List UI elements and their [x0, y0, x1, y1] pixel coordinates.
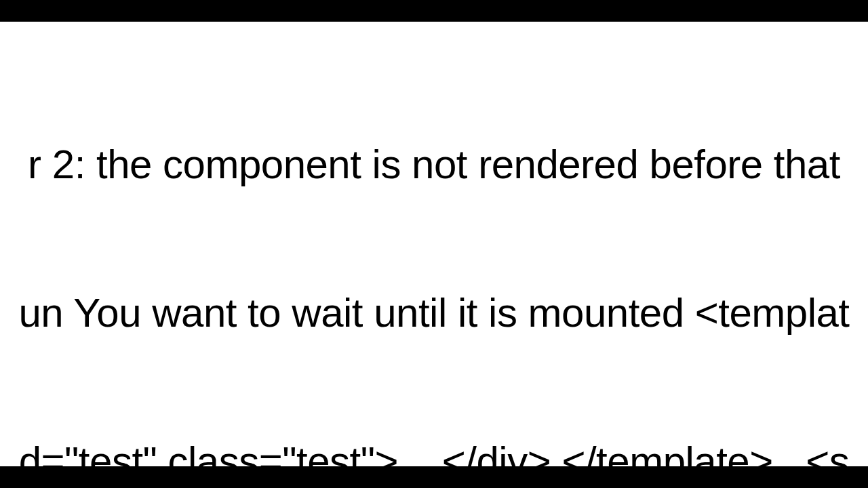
- text-block: r 2: the component is not rendered befor…: [0, 41, 868, 488]
- text-line: r 2: the component is not rendered befor…: [0, 140, 868, 189]
- content-band: r 2: the component is not rendered befor…: [0, 22, 868, 466]
- text-line: un You want to wait until it is mounted …: [0, 288, 868, 338]
- text-line: d="test" class="test"> </div> </template…: [0, 436, 868, 486]
